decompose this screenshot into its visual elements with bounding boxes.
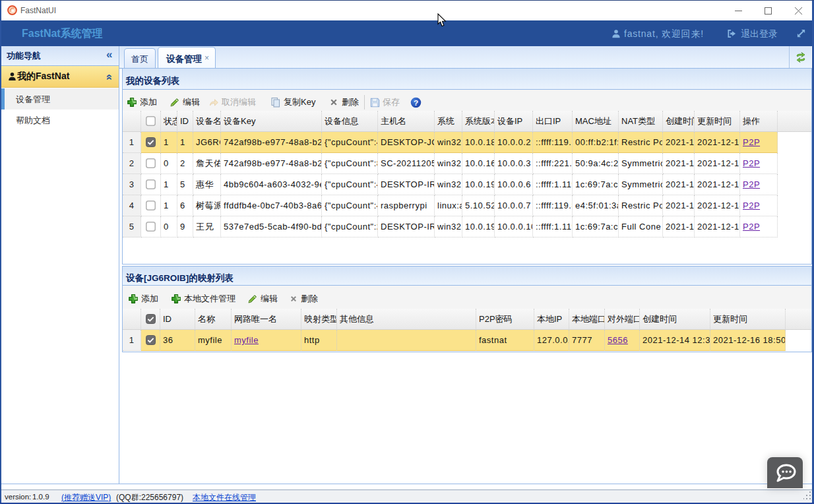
svg-text:?: ?: [414, 98, 418, 107]
